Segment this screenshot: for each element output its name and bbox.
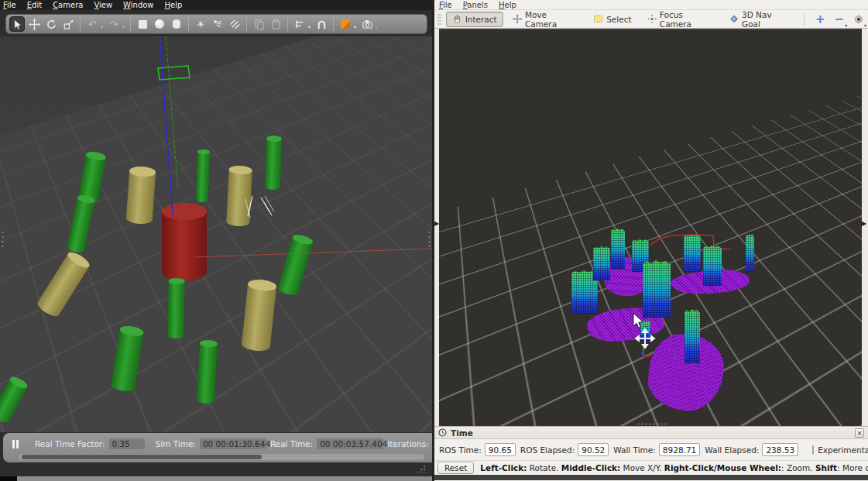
cylinder-green[interactable]	[111, 325, 145, 393]
nav-goal-tool-button[interactable]: 3D Nav Goal	[723, 12, 796, 27]
menu-window[interactable]: Window	[123, 1, 153, 10]
interact-tool-label: Interact	[465, 15, 497, 24]
menu-file[interactable]: File	[439, 1, 452, 9]
focus-camera-tool-label: Focus Camera	[660, 10, 714, 29]
panel-splitter-grip[interactable]	[636, 423, 667, 425]
rviz-3d-viewport[interactable]	[439, 29, 862, 426]
scrollbar-handle[interactable]	[22, 455, 262, 459]
menu-camera[interactable]: Camera	[53, 1, 83, 10]
scale-icon[interactable]	[60, 16, 76, 32]
redo-icon[interactable]: ↷	[106, 16, 122, 32]
snap-icon[interactable]	[314, 16, 329, 32]
interact-tool-button[interactable]: Interact	[446, 12, 503, 27]
rotate-icon[interactable]	[43, 16, 59, 32]
resize-grip-icon[interactable]	[417, 465, 426, 472]
cylinder-green[interactable]	[167, 278, 184, 338]
translate-icon[interactable]	[26, 16, 42, 32]
dropdown-icon: ▾	[864, 22, 866, 28]
align-icon[interactable]	[292, 16, 307, 32]
ros-elapsed-input[interactable]: 90.52	[578, 443, 609, 456]
insert-cylinder-icon[interactable]	[169, 16, 184, 32]
cylinder-green[interactable]	[196, 149, 210, 203]
left-panel-grip[interactable]	[1, 230, 5, 250]
toolbar-grip[interactable]	[437, 13, 441, 26]
move-camera-tool-button[interactable]: Move Camera	[506, 12, 585, 27]
close-time-panel-button[interactable]: ×	[855, 428, 864, 438]
cylinder-green[interactable]	[67, 194, 96, 253]
remove-tool-button[interactable]: −▾	[832, 12, 848, 27]
view-angle-dropdown-icon[interactable]: ▾	[354, 24, 356, 29]
eye-icon	[854, 15, 863, 24]
pointcloud-tower	[684, 309, 700, 363]
scene-objects	[0, 36, 432, 432]
right-panel-grip[interactable]	[427, 230, 431, 250]
dropdown-icon: ▾	[845, 22, 847, 28]
menu-help[interactable]: Help	[165, 1, 183, 10]
insert-sphere-icon[interactable]	[152, 16, 167, 32]
menu-view[interactable]: View	[94, 1, 112, 10]
ros-time-label: ROS Time:	[439, 445, 482, 455]
add-tool-button[interactable]: +	[812, 12, 829, 27]
focus-crosshair-icon	[647, 14, 657, 24]
pause-button[interactable]	[12, 440, 19, 448]
redo-dropdown-icon[interactable]: ▾	[122, 24, 125, 29]
insert-box-icon[interactable]	[135, 16, 150, 32]
experimental-checkbox[interactable]	[812, 445, 814, 455]
desktop-strip	[434, 475, 868, 480]
expand-right-panel-icon[interactable]: ▶	[862, 220, 866, 227]
cylinder-khaki[interactable]	[125, 166, 156, 225]
cylinder-green[interactable]	[0, 375, 29, 425]
time-panel-header: Time ×	[434, 426, 868, 439]
gazebo-statusbar: Real Time Factor: 0.35 Sim Time: 00 00:0…	[0, 432, 432, 463]
toolbar-separator	[333, 17, 334, 31]
time-panel-fields: ROS Time: 90.65 ROS Elapsed: 90.52 Wall …	[434, 439, 868, 460]
desktop-strip	[0, 476, 432, 481]
ros-time-input[interactable]: 90.65	[485, 443, 516, 456]
cylinder-green[interactable]	[265, 136, 282, 191]
cylinder-khaki[interactable]	[241, 278, 276, 352]
menu-edit[interactable]: Edit	[27, 1, 42, 10]
paste-icon[interactable]	[268, 16, 283, 32]
undo-dropdown-icon[interactable]: ▾	[101, 24, 103, 29]
gazebo-3d-viewport[interactable]	[0, 36, 432, 432]
pointcloud-tower	[640, 321, 650, 341]
experimental-label: Experimental	[818, 445, 868, 455]
tool-properties-button[interactable]: ▾	[850, 12, 866, 27]
point-light-icon[interactable]: ☀	[193, 16, 208, 32]
align-dropdown-icon[interactable]: ▾	[308, 24, 310, 29]
spot-light-icon[interactable]	[210, 16, 225, 32]
wall-elapsed-input[interactable]: 238.53	[762, 443, 798, 456]
undo-icon[interactable]: ↶	[84, 16, 100, 32]
real-time-factor-value: 0.35	[109, 438, 145, 449]
menu-help[interactable]: Help	[499, 1, 516, 9]
move-camera-tool-label: Move Camera	[525, 10, 578, 29]
right-panel-collapsed[interactable]: ▶	[862, 29, 868, 426]
cylinder-green[interactable]	[197, 339, 218, 404]
focus-camera-tool-button[interactable]: Focus Camera	[641, 12, 720, 27]
directional-light-icon[interactable]	[227, 16, 242, 32]
menu-panels[interactable]: Panels	[463, 1, 488, 9]
cylinder-red[interactable]	[162, 203, 207, 280]
copy-icon[interactable]	[251, 16, 266, 32]
select-tool-button[interactable]: Select	[587, 12, 637, 27]
toolbar-separator	[287, 17, 288, 31]
wall-time-input[interactable]: 8928.71	[659, 443, 700, 456]
select-arrow-icon[interactable]	[9, 16, 25, 32]
cylinder-green[interactable]	[277, 233, 314, 297]
view-angle-icon[interactable]	[338, 16, 353, 32]
cylinder-khaki[interactable]	[36, 249, 92, 319]
plus-icon: +	[815, 12, 825, 26]
gazebo-toolbar-area: ↶ ▾ ↷ ▾ ☀	[0, 10, 432, 36]
mouse-help-text: Left-Click: Rotate. Middle-Click: Move X…	[480, 463, 868, 472]
reset-button[interactable]: Reset	[437, 462, 474, 474]
wall-time-label: Wall Time:	[613, 445, 656, 455]
horizontal-scrollbar[interactable]	[19, 454, 424, 460]
clock-icon	[438, 428, 447, 437]
pointcloud-tower	[703, 246, 722, 286]
toolbar-overflow-icon[interactable]: -	[376, 24, 377, 29]
cylinder-khaki[interactable]	[226, 165, 252, 226]
screenshot-icon[interactable]	[359, 16, 375, 32]
sim-time-value: 00 00:01:30.644	[200, 438, 266, 449]
toolbar-separator	[188, 17, 189, 31]
menu-file[interactable]: File	[3, 1, 16, 10]
